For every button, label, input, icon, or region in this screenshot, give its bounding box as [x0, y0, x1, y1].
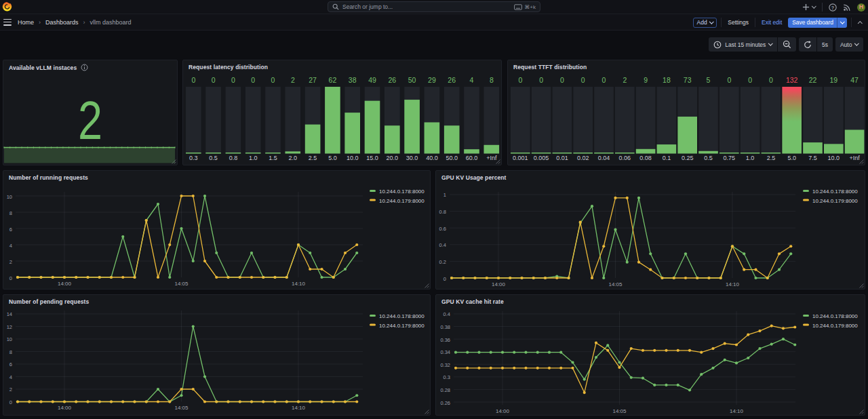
- bar-value: 29: [428, 76, 436, 84]
- nav-bar: Home › Dashboards › vllm dashboard Add S…: [0, 14, 868, 31]
- collapse-controls-button[interactable]: [856, 20, 865, 26]
- chevron-down-icon: [854, 41, 859, 45]
- bar-value: 18: [663, 76, 671, 84]
- panel-running: Number of running requests024681014:0014…: [3, 170, 431, 290]
- zoom-out-button[interactable]: [778, 37, 796, 52]
- x-axis-label: 14:00: [58, 281, 72, 287]
- legend-label: 10.244.0.178:8000: [812, 188, 858, 195]
- bar-value: 19: [829, 76, 837, 84]
- breadcrumb-dashboards[interactable]: Dashboards: [45, 19, 79, 26]
- time-range-picker[interactable]: Last 15 minutes: [709, 37, 777, 52]
- plus-icon: [802, 3, 810, 11]
- refresh-button[interactable]: [799, 37, 816, 52]
- rss-icon: [843, 3, 851, 12]
- bar-latency-14: [464, 149, 479, 153]
- legend-item[interactable]: 10.244.0.179:8000: [803, 198, 858, 204]
- bar-ttft-3: [573, 153, 593, 154]
- x-axis-label: 14:00: [496, 408, 510, 414]
- legend-item[interactable]: 10.244.0.178:8000: [803, 313, 858, 319]
- y-axis-label: 1: [443, 192, 446, 198]
- bar-ttft-4: [594, 153, 614, 154]
- legend-item[interactable]: 10.244.0.179:8000: [803, 323, 858, 329]
- news-button[interactable]: [843, 3, 851, 12]
- save-dashboard-button[interactable]: Save dashboard: [788, 18, 847, 28]
- legend-item[interactable]: 10.244.0.178:8000: [370, 313, 425, 319]
- breadcrumb-current[interactable]: vllm dashboard: [90, 19, 132, 26]
- add-menu-button[interactable]: [802, 3, 816, 11]
- y-axis-label: 10: [7, 194, 12, 200]
- legend-label: 10.244.0.179:8000: [379, 198, 425, 204]
- y-axis-label: 0.4: [443, 311, 450, 317]
- exit-edit-button[interactable]: Exit edit: [760, 18, 784, 28]
- bar-category-label: 0.01: [556, 155, 568, 161]
- auto-refresh-picker[interactable]: Auto: [835, 37, 863, 52]
- avatar[interactable]: H: [857, 3, 865, 12]
- legend-label: 10.244.0.178:8000: [379, 188, 425, 195]
- legend-item[interactable]: 10.244.0.179:8000: [370, 198, 425, 204]
- bar-category-label: 0.3: [189, 155, 198, 161]
- bar-latency-10: [384, 125, 400, 153]
- divider: [721, 18, 722, 27]
- bar-value: 26: [388, 76, 396, 84]
- legend-item[interactable]: 10.244.0.178:8000: [370, 188, 425, 195]
- x-axis-label: 14:00: [58, 405, 72, 411]
- legend-item[interactable]: 10.244.0.179:8000: [370, 323, 425, 329]
- bar-ttft-14: [803, 142, 823, 153]
- bar-value: 4: [470, 76, 474, 84]
- bar-category-label: 0.5: [704, 155, 713, 161]
- panel-kv: GPU KV Usage percent00.20.40.60.8114:001…: [435, 170, 865, 290]
- bar-ttft-1: [532, 153, 551, 154]
- bar-category-label: 0.75: [724, 155, 736, 161]
- bar-category-label: 0.08: [639, 155, 652, 161]
- chevron-right-icon: ›: [83, 19, 85, 26]
- dashboard-controls: Last 15 minutes 5s Auto: [709, 37, 863, 52]
- y-axis-label: 4: [9, 374, 12, 380]
- y-axis-label: 0: [9, 399, 12, 405]
- chart-canvas: 0.260.280.30.320.340.360.380.414:0014:05…: [436, 295, 866, 416]
- legend-label: 10.244.0.178:8000: [812, 313, 858, 319]
- bar-value: 73: [684, 76, 692, 84]
- bar-value: 132: [786, 76, 798, 84]
- menu-toggle-button[interactable]: [3, 19, 12, 26]
- x-axis-label: 14:00: [492, 281, 506, 287]
- refresh-interval-label: 5s: [822, 41, 828, 48]
- search-input[interactable]: Search or jump to... ⌘+k: [328, 1, 540, 12]
- clock-icon: [713, 41, 722, 49]
- y-axis-label: 0.34: [440, 349, 450, 355]
- bar-value: 50: [408, 76, 416, 84]
- grafana-logo[interactable]: [2, 1, 12, 12]
- bar-ttft-10: [719, 153, 739, 154]
- y-axis-label: 0.6: [439, 226, 446, 232]
- bar-category-label: 0.8: [229, 155, 238, 161]
- x-axis-label: 14:05: [174, 281, 189, 287]
- bar-category-label: 2.5: [309, 155, 317, 161]
- bar-category-label: 7.5: [808, 155, 817, 161]
- y-axis-label: 0.26: [440, 400, 450, 406]
- panel-stat: Available vLLM instaces2: [3, 60, 178, 165]
- bar-value: 0: [518, 76, 522, 84]
- add-panel-button[interactable]: Add: [693, 18, 717, 28]
- legend-item[interactable]: 10.244.0.178:8000: [803, 188, 858, 195]
- y-axis-label: 0.4: [439, 242, 446, 248]
- x-axis-label: 14:10: [292, 405, 306, 411]
- legend-label: 10.244.0.178:8000: [379, 313, 425, 319]
- bar-value: 0: [539, 76, 543, 84]
- bar-category-label: 5.0: [328, 155, 337, 161]
- bar-value: 26: [448, 76, 456, 84]
- settings-button[interactable]: Settings: [726, 18, 751, 28]
- zoom-out-icon: [783, 40, 791, 49]
- bar-value: 0: [581, 76, 585, 84]
- bar-category-label: 20.0: [387, 155, 399, 161]
- bar-ttft-5: [615, 153, 635, 154]
- bar-category-label: 5.0: [787, 155, 796, 161]
- bar-category-label: 0.06: [619, 155, 631, 161]
- y-axis-label: 0.28: [440, 387, 450, 393]
- bar-category-label: +Inf: [849, 155, 860, 161]
- y-axis-label: 4: [9, 243, 12, 249]
- x-axis-label: 14:05: [612, 408, 627, 414]
- refresh-interval-picker[interactable]: 5s: [817, 37, 833, 52]
- breadcrumb-home[interactable]: Home: [18, 19, 34, 26]
- bar-value: 0: [560, 76, 564, 84]
- bar-ttft-2: [553, 153, 572, 154]
- help-button[interactable]: ?: [829, 3, 837, 12]
